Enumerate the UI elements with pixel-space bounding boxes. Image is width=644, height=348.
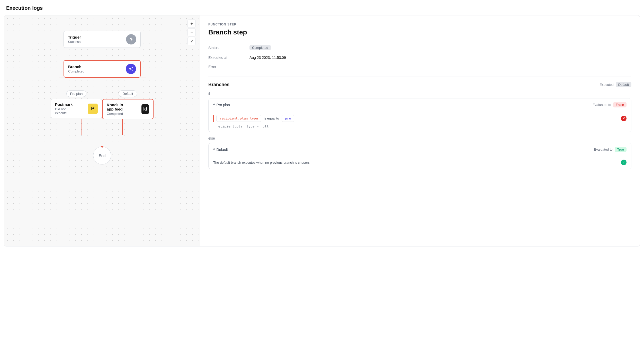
- fit-button[interactable]: ⤢: [187, 37, 196, 45]
- page-title: Execution logs: [0, 0, 644, 15]
- postmark-icon: P: [88, 104, 98, 114]
- branch-node[interactable]: Branch Completed: [64, 60, 141, 78]
- pro-plan-col: Pro plan Postmark Did not execute P: [51, 90, 102, 118]
- to-end-arrow: [102, 137, 102, 146]
- else-label: else: [208, 136, 631, 140]
- default-card-header: ^ Default Evaluated to True: [209, 143, 631, 156]
- default-col: Default Knock in-app feed Completed ki: [102, 90, 154, 119]
- trigger-icon: [126, 34, 136, 44]
- postmark-node[interactable]: Postmark Did not execute P: [51, 99, 102, 118]
- svg-line-3: [130, 68, 132, 69]
- pro-plan-evaluated-badge: False: [613, 102, 627, 107]
- branch-icon: [126, 64, 136, 74]
- step-type-label: FUNCTION STEP: [208, 23, 631, 26]
- flow-panel: + − ⤢ Trigger Success Branch: [4, 15, 200, 246]
- default-evaluated-badge: True: [615, 147, 627, 152]
- condition-row: recipient.plan_type is equal to pro ✕: [213, 115, 627, 122]
- pro-plan-card-title: ^ Pro plan: [213, 103, 230, 107]
- error-value: -: [249, 65, 251, 69]
- pro-plan-card-header: ^ Pro plan Evaluated to False: [209, 98, 631, 111]
- status-row: Status Completed: [208, 42, 631, 53]
- zoom-out-button[interactable]: −: [187, 28, 196, 36]
- code-value: recipient.plan_type = null: [213, 124, 627, 128]
- pro-plan-label: Pro plan: [66, 90, 86, 97]
- branches-title: Branches: [208, 82, 229, 87]
- default-card-title: ^ Default: [213, 148, 228, 152]
- branch-row: Pro plan Postmark Did not execute P Defa…: [51, 90, 154, 119]
- executed-label: Executed Default: [600, 82, 631, 87]
- flow-controls: + − ⤢: [187, 20, 196, 45]
- if-label: if: [208, 91, 631, 96]
- knock-icon: ki: [141, 104, 149, 114]
- merge-connector: [51, 119, 154, 137]
- split-connector: [58, 78, 146, 90]
- branches-section-header: Branches Executed Default: [208, 82, 631, 87]
- svg-line-4: [130, 69, 132, 70]
- zoom-in-button[interactable]: +: [187, 20, 196, 28]
- pro-plan-card-body: recipient.plan_type is equal to pro ✕ re…: [209, 111, 631, 132]
- condition-true-icon: ✓: [621, 160, 627, 165]
- end-node[interactable]: End: [93, 146, 111, 164]
- trigger-to-branch-arrow: [102, 48, 102, 60]
- error-row: Error -: [208, 62, 631, 71]
- trigger-node[interactable]: Trigger Success: [64, 31, 141, 48]
- default-label: Default: [119, 90, 137, 97]
- flow-content: Trigger Success Branch Completed: [10, 26, 195, 164]
- pro-plan-card: ^ Pro plan Evaluated to False recipient.…: [208, 98, 631, 132]
- knock-node[interactable]: Knock in-app feed Completed ki: [102, 99, 154, 119]
- status-badge: Completed: [249, 45, 271, 50]
- main-container: + − ⤢ Trigger Success Branch: [4, 15, 640, 246]
- default-description: The default branch executes when no prev…: [213, 160, 627, 165]
- default-card-body: The default branch executes when no prev…: [209, 156, 631, 169]
- detail-panel: FUNCTION STEP Branch step Status Complet…: [200, 15, 640, 246]
- default-card: ^ Default Evaluated to True The default …: [208, 143, 631, 169]
- executed-at-row: Executed at Aug 23 2023, 11:53:09: [208, 53, 631, 62]
- condition-field: recipient.plan_type: [216, 115, 261, 122]
- condition-val: pro: [282, 115, 294, 122]
- detail-title: Branch step: [208, 28, 631, 36]
- executed-at-value: Aug 23 2023, 11:53:09: [249, 56, 286, 60]
- executed-value: Default: [616, 82, 631, 87]
- condition-false-icon: ✕: [621, 116, 627, 121]
